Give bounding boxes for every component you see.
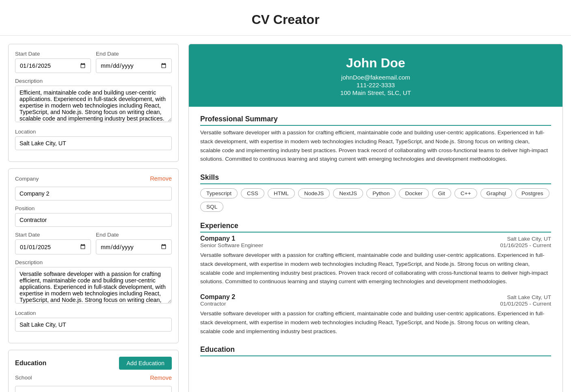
exp1-start-date-input[interactable] (15, 58, 91, 73)
skill-badge: Git (432, 188, 451, 198)
cv-experience-section: Experience Company 1 Salt Lake City, UT … (200, 222, 551, 336)
experience-location: Salt Lake City, UT (507, 294, 551, 300)
skill-badge: HTML (268, 188, 295, 198)
experience-dates: 01/16/2025 - Current (500, 242, 551, 248)
exp1-location-input[interactable] (15, 136, 172, 150)
education-section: Education Add Education School Remove (8, 350, 179, 392)
school-input[interactable] (15, 386, 172, 392)
school-input-row (15, 386, 172, 392)
cv-summary-text: Versatile software developer with a pass… (200, 128, 551, 164)
exp1-description-row: Description Efficient, maintainable code… (15, 78, 172, 124)
add-education-button[interactable]: Add Education (119, 357, 172, 370)
skill-badge: NextJS (333, 188, 363, 198)
cv-email: johnDoe@fakeemail.com (197, 74, 554, 81)
exp2-location-label: Location (15, 310, 172, 316)
skill-badge: Python (366, 188, 396, 198)
experience-position: Senior Software Engineer (200, 242, 263, 248)
exp2-end-date-input[interactable] (96, 239, 172, 254)
cv-body: Professional Summary Versatile software … (189, 107, 562, 374)
experience-1-section: Start Date End Date Description Efficien… (8, 44, 179, 162)
skill-badge: NodeJS (298, 188, 330, 198)
school-row-header: School Remove (15, 375, 172, 381)
skill-badge: CSS (241, 188, 264, 198)
exp1-description-input[interactable]: Efficient, maintainable code and buildin… (15, 86, 172, 122)
left-panel: Start Date End Date Description Efficien… (8, 44, 179, 392)
experience-entry: Company 2 Salt Lake City, UT Contractor … (200, 293, 551, 336)
cv-education-section: Education (200, 345, 551, 356)
cv-name: John Doe (197, 56, 554, 71)
exp1-end-date-input[interactable] (96, 58, 172, 73)
exp2-end-date-row: End Date (96, 232, 172, 254)
exp2-start-date-row: Start Date (15, 232, 91, 254)
skill-badge: Postgres (515, 188, 549, 198)
page-header: CV Creator (0, 0, 571, 36)
exp2-description-label: Description (15, 259, 172, 265)
exp1-start-date-row: Start Date (15, 51, 91, 73)
skill-badge: C++ (454, 188, 477, 198)
exp2-location-row: Location (15, 310, 172, 332)
skill-badge: Typescript (200, 188, 238, 198)
exp2-position-row: Position (15, 205, 172, 227)
experience-2-section: Company Remove Position Start Date End D… (8, 168, 179, 343)
cv-summary-section: Professional Summary Versatile software … (200, 115, 551, 164)
cv-preview: John Doe johnDoe@fakeemail.com 111-222-3… (188, 44, 563, 392)
school-remove-button[interactable]: Remove (150, 375, 172, 381)
cv-phone: 111-222-3333 (197, 82, 554, 88)
cv-skills-section: Skills TypescriptCSSHTMLNodeJSNextJSPyth… (200, 173, 551, 212)
cv-experience-entries: Company 1 Salt Lake City, UT Senior Soft… (200, 235, 551, 336)
experience-entry-header: Company 2 Salt Lake City, UT (200, 293, 551, 301)
cv-experience-title: Experience (200, 222, 551, 233)
experience-entry: Company 1 Salt Lake City, UT Senior Soft… (200, 235, 551, 286)
exp2-description-input[interactable]: Versatile software developer with a pass… (15, 267, 172, 304)
education-section-label: Education (15, 360, 46, 367)
experience-dates: 01/01/2025 - Current (500, 301, 551, 307)
skill-badge: Graphql (480, 188, 512, 198)
experience-position: Contractor (200, 301, 226, 307)
exp2-remove-button[interactable]: Remove (150, 175, 172, 182)
experience-location: Salt Lake City, UT (507, 236, 551, 242)
exp2-position-input[interactable] (15, 213, 172, 227)
exp2-start-date-input[interactable] (15, 239, 91, 254)
cv-address: 100 Main Street, SLC, UT (197, 89, 554, 96)
experience-description: Versatile software developer with a pass… (200, 251, 551, 286)
exp1-location-label: Location (15, 129, 172, 135)
exp2-end-date-label: End Date (96, 232, 172, 238)
experience-entry-subheader: Contractor 01/01/2025 - Current (200, 301, 551, 307)
skill-badge: SQL (200, 202, 223, 212)
experience-description: Versatile software developer with a pass… (200, 309, 551, 336)
cv-header: John Doe johnDoe@fakeemail.com 111-222-3… (189, 44, 562, 107)
school-label: School (15, 375, 32, 381)
exp1-location-row: Location (15, 129, 172, 150)
exp2-header: Company Remove (15, 175, 172, 182)
exp2-location-input[interactable] (15, 318, 172, 332)
exp2-company-input[interactable] (15, 187, 172, 200)
exp2-description-row: Description Versatile software developer… (15, 259, 172, 305)
skill-badge: Docker (399, 188, 428, 198)
cv-summary-title: Professional Summary (200, 115, 551, 126)
exp1-end-date-row: End Date (96, 51, 172, 73)
experience-company: Company 2 (200, 293, 235, 301)
page-title: CV Creator (0, 12, 571, 27)
exp2-company-row (15, 187, 172, 200)
cv-skills-list: TypescriptCSSHTMLNodeJSNextJSPythonDocke… (200, 188, 551, 212)
exp1-description-label: Description (15, 78, 172, 84)
exp1-end-date-label: End Date (96, 51, 172, 57)
cv-education-title: Education (200, 345, 551, 356)
exp2-start-date-label: Start Date (15, 232, 91, 238)
education-header: Education Add Education (15, 357, 172, 370)
exp2-position-label: Position (15, 205, 172, 211)
experience-entry-subheader: Senior Software Engineer 01/16/2025 - Cu… (200, 242, 551, 248)
exp1-start-date-label: Start Date (15, 51, 91, 57)
experience-company: Company 1 (200, 235, 235, 242)
cv-skills-title: Skills (200, 173, 551, 184)
exp2-company-label: Company (15, 176, 39, 182)
experience-entry-header: Company 1 Salt Lake City, UT (200, 235, 551, 242)
